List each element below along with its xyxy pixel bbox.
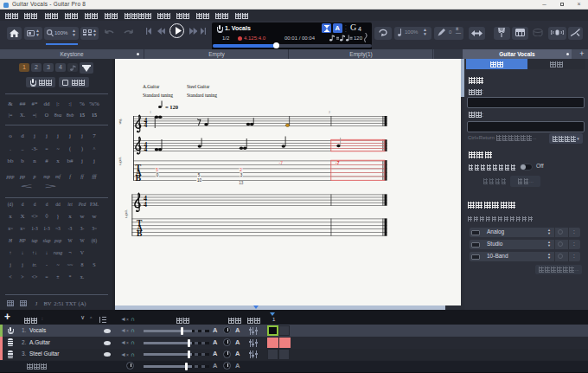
svg-text:2: 2 — [240, 168, 242, 172]
svg-text:s.guit.: s.guit. — [118, 157, 122, 165]
svg-text:Standard tuning: Standard tuning — [143, 93, 173, 98]
svg-text:4: 4 — [144, 145, 148, 153]
svg-text:13: 13 — [239, 181, 244, 185]
svg-text:3: 3 — [240, 173, 243, 177]
svg-text:Steel Guitar: Steel Guitar — [187, 84, 210, 89]
svg-text:sng.: sng. — [118, 119, 122, 125]
svg-text:4: 4 — [144, 121, 148, 129]
svg-text:5: 5 — [156, 168, 158, 172]
svg-text:B: B — [137, 229, 143, 238]
svg-text:2: 2 — [329, 110, 330, 114]
svg-text:1: 1 — [150, 110, 151, 114]
svg-text:5: 5 — [198, 173, 201, 177]
svg-text:4: 4 — [144, 201, 147, 209]
svg-text:-7: -7 — [279, 160, 284, 165]
svg-text:B: B — [136, 173, 142, 183]
svg-text:10: 10 — [197, 178, 202, 183]
svg-text:0: 0 — [157, 173, 159, 177]
svg-text:s.guit.: s.guit. — [124, 209, 128, 218]
svg-text:A.Guitar: A.Guitar — [143, 84, 160, 89]
svg-text:= 120: = 120 — [165, 104, 178, 110]
svg-text:Standard tuning: Standard tuning — [187, 93, 217, 98]
svg-text:-7: -7 — [336, 160, 340, 165]
